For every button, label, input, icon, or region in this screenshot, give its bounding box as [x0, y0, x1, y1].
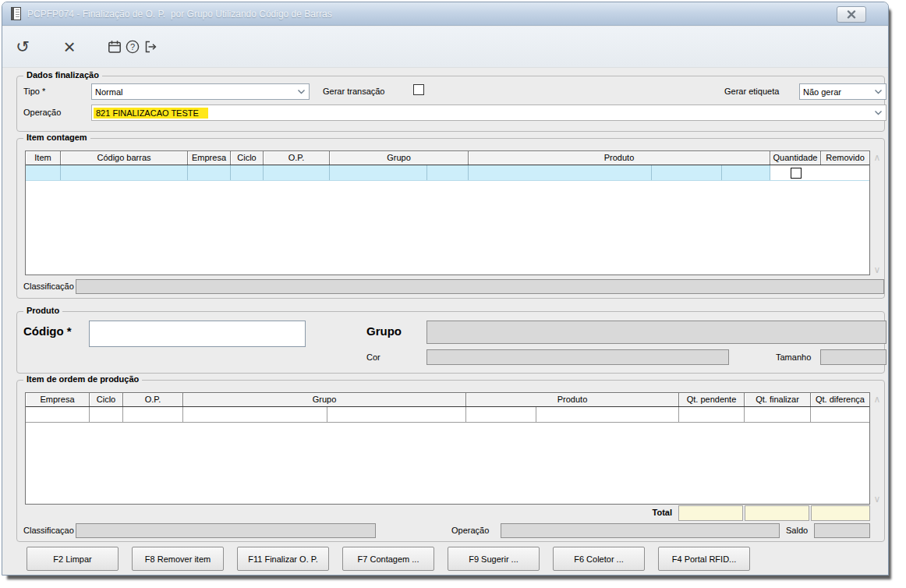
help-icon[interactable]: ?: [123, 37, 142, 56]
cancel-icon[interactable]: ×: [60, 37, 79, 56]
classificacao-label: Classificação: [23, 282, 74, 291]
chevron-down-icon: [874, 87, 883, 96]
scroll-up-icon[interactable]: ∧: [872, 394, 883, 405]
cor-field: [426, 349, 729, 365]
removido-checkbox[interactable]: [791, 168, 802, 179]
chevron-down-icon: [874, 108, 883, 117]
f4-portal-rfid-button[interactable]: F4 Portal RFID...: [658, 547, 750, 571]
cell-quantidade[interactable]: [722, 165, 770, 180]
cell-grupo-codigo[interactable]: [183, 407, 327, 422]
col-qt-finalizar: Qt. finalizar: [745, 393, 811, 406]
saldo-field: [814, 523, 870, 538]
cell-grupo-nome[interactable]: [427, 165, 469, 180]
col-empresa: Empresa: [26, 393, 90, 406]
f11-finalizar-op-button[interactable]: F11 Finalizar O. P.: [237, 547, 329, 571]
tipo-value: Normal: [95, 87, 122, 97]
classificacao-label: Classificaçao: [23, 526, 74, 535]
gerar-etiqueta-label: Gerar etiqueta: [724, 87, 779, 96]
cell-produto-codigo[interactable]: [469, 165, 652, 180]
toolbar: ↺ × ?: [2, 27, 888, 68]
classificacao-field: [76, 279, 884, 294]
section-item-ordem-producao: Item de ordem de produção Empresa Ciclo …: [16, 380, 885, 542]
codigo-label: Código *: [23, 324, 72, 338]
calendar-icon[interactable]: [105, 37, 124, 56]
col-grupo: Grupo: [183, 393, 466, 406]
item-op-grid: Empresa Ciclo O.P. Grupo Produto Qt. pen…: [25, 392, 870, 505]
codigo-input[interactable]: [89, 321, 306, 347]
cell-codigo-barras[interactable]: [61, 165, 188, 180]
total-qt-diferenca-field: [811, 505, 870, 521]
grid-header-row: Empresa Ciclo O.P. Grupo Produto Qt. pen…: [26, 393, 869, 407]
operacao-field: [501, 523, 780, 538]
col-ciclo: Ciclo: [90, 393, 123, 406]
cell-produto-codigo[interactable]: [466, 407, 536, 422]
tamanho-label: Tamanho: [776, 352, 811, 362]
gerar-etiqueta-value: Não gerar: [803, 87, 841, 97]
cell-qt-pendente[interactable]: [679, 407, 745, 422]
cell-empresa[interactable]: [188, 165, 231, 180]
f6-coletor-button[interactable]: F6 Coletor ...: [553, 547, 645, 571]
cell-ciclo[interactable]: [90, 407, 123, 422]
f9-sugerir-button[interactable]: F9 Sugerir ...: [448, 547, 540, 571]
app-window: PCPFP074 - Finalização de O. P. por Grup…: [2, 2, 889, 576]
col-grupo: Grupo: [330, 151, 469, 165]
cell-qt-diferenca[interactable]: [811, 407, 869, 422]
tipo-label: Tipo *: [23, 87, 45, 96]
scroll-down-icon[interactable]: ∨: [872, 264, 883, 275]
col-op: O.P.: [264, 151, 330, 165]
cell-grupo-nome[interactable]: [327, 407, 466, 422]
window-title: PCPFP074 - Finalização de O. P. por Grup…: [27, 9, 332, 19]
title-bar: PCPFP074 - Finalização de O. P. por Grup…: [2, 2, 888, 26]
grid-scroll-gutter[interactable]: ∧ ∨: [872, 151, 883, 275]
gerar-transacao-label: Gerar transação: [323, 87, 384, 96]
total-label: Total: [597, 508, 672, 517]
f8-remover-item-button[interactable]: F8 Remover item: [132, 547, 224, 571]
scroll-up-icon[interactable]: ∧: [872, 152, 883, 163]
total-qt-finalizar-field: [745, 505, 809, 521]
exit-icon[interactable]: [141, 37, 160, 56]
grid-header-row: Item Código barras Empresa Ciclo O.P. Gr…: [26, 151, 869, 165]
f7-contagem-button[interactable]: F7 Contagem ...: [342, 547, 434, 571]
tamanho-field: [820, 349, 887, 365]
f2-limpar-button[interactable]: F2 Limpar: [27, 547, 119, 571]
operacao-value-highlighted: 821 FINALIZACAO TESTE: [94, 108, 208, 119]
section-title: Item de ordem de produção: [23, 374, 142, 384]
cell-produto-nome[interactable]: [652, 165, 722, 180]
tipo-combobox[interactable]: Normal: [91, 83, 310, 100]
gerar-etiqueta-combobox[interactable]: Não gerar: [799, 83, 887, 100]
col-item: Item: [26, 151, 61, 165]
col-produto: Produto: [466, 393, 679, 406]
operacao-label: Operação: [23, 108, 61, 117]
grupo-label: Grupo: [366, 324, 402, 338]
grid-scroll-gutter[interactable]: ∧ ∨: [872, 392, 883, 505]
footer-button-bar: F2 Limpar F8 Remover item F11 Finalizar …: [27, 547, 750, 571]
cell-grupo-codigo[interactable]: [330, 165, 427, 180]
close-button[interactable]: [837, 6, 866, 23]
cell-op[interactable]: [123, 407, 183, 422]
operacao-combobox[interactable]: 821 FINALIZACAO TESTE: [91, 104, 887, 121]
cell-produto-nome[interactable]: [536, 407, 679, 422]
undo-icon[interactable]: ↺: [13, 37, 32, 56]
col-qt-pendente: Qt. pendente: [679, 393, 745, 406]
table-row[interactable]: [26, 407, 869, 423]
col-ciclo: Ciclo: [231, 151, 264, 165]
cell-empresa[interactable]: [26, 407, 90, 422]
cell-ciclo[interactable]: [231, 165, 264, 180]
grupo-field: [426, 321, 887, 344]
cell-qt-finalizar[interactable]: [745, 407, 811, 422]
operacao-label: Operação: [451, 526, 489, 535]
svg-text:?: ?: [130, 42, 135, 51]
col-codigo-barras: Código barras: [61, 151, 188, 165]
cell-item[interactable]: [26, 165, 61, 180]
col-quantidade: Quantidade: [770, 151, 821, 165]
gerar-transacao-checkbox[interactable]: [413, 84, 424, 95]
cor-label: Cor: [366, 352, 380, 362]
col-empresa: Empresa: [188, 151, 231, 165]
section-item-contagem: Item contagem Item Código barras Empresa…: [16, 138, 885, 299]
item-contagem-grid: Item Código barras Empresa Ciclo O.P. Gr…: [25, 151, 870, 275]
table-row[interactable]: [26, 165, 869, 181]
scroll-down-icon[interactable]: ∨: [872, 494, 883, 505]
col-qt-diferenca: Qt. diferença: [811, 393, 869, 406]
classificacao-field: [76, 523, 376, 538]
cell-op[interactable]: [264, 165, 330, 180]
